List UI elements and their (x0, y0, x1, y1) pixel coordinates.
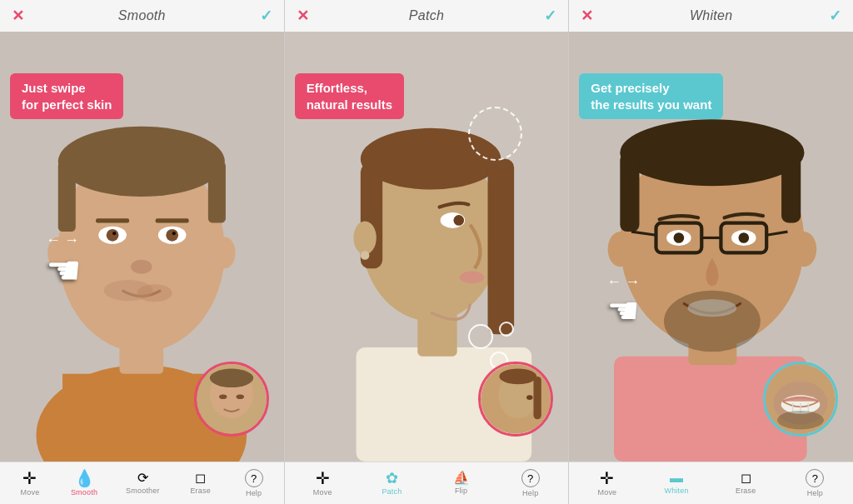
flip-icon: ⛵ (453, 472, 470, 485)
smooth-thumbnail (194, 362, 269, 437)
tool-whiten[interactable]: ▬ Whiten (661, 470, 692, 497)
smooth-image-area[interactable]: Just swipefor perfect skin ← → ☛ (0, 32, 284, 462)
move-label-whiten: Move (598, 488, 617, 497)
tool-erase-whiten[interactable]: ◻ Erase (730, 470, 761, 497)
svg-point-37 (361, 251, 370, 260)
whiten-x-icon[interactable]: ✕ (581, 7, 593, 25)
svg-point-16 (131, 260, 152, 274)
tool-smooth[interactable]: 💧 Smooth (67, 468, 101, 498)
svg-rect-31 (487, 159, 514, 335)
erase-icon-whiten: ◻ (741, 472, 751, 485)
smooth-label-badge: Just swipefor perfect skin (10, 73, 123, 119)
patch-toolbar: ✛ Move ✿ Patch ⛵ Flip ? Help (285, 462, 569, 504)
svg-rect-6 (58, 162, 76, 232)
patch-label-badge: Effortless,natural results (295, 73, 404, 119)
smooth-label-text: Just swipefor perfect skin (22, 81, 112, 112)
tool-help-whiten[interactable]: ? Help (799, 467, 831, 499)
smooth-x-icon[interactable]: ✕ (12, 7, 24, 25)
svg-point-60 (664, 291, 761, 352)
whiten-title: Whiten (690, 8, 733, 23)
svg-rect-8 (96, 218, 129, 222)
tool-help-smooth[interactable]: ? Help (238, 467, 270, 499)
help-icon-smooth: ? (245, 469, 263, 487)
smooth-hand-gesture: ← → ☛ (46, 232, 82, 291)
smooth-toolbar-section: ✛ Move 💧 Smooth ⟳ Smoother ◻ Erase ? (0, 462, 284, 504)
smooth-title: Smooth (118, 8, 166, 23)
svg-point-33 (459, 271, 483, 283)
svg-point-13 (166, 229, 178, 242)
whiten-image-area[interactable]: Get preciselythe results you want ← → ☛ (569, 32, 853, 462)
move-icon-patch: ✛ (316, 470, 330, 487)
smoother-label: Smoother (126, 487, 160, 495)
svg-point-58 (739, 232, 750, 243)
tool-help-patch[interactable]: ? Help (515, 467, 546, 499)
smoother-icon: ⟳ (137, 472, 148, 485)
svg-point-14 (112, 232, 116, 235)
svg-point-61 (608, 232, 632, 267)
tool-erase-smooth[interactable]: ◻ Erase (185, 470, 217, 497)
whiten-thumbnail (763, 362, 838, 437)
svg-point-47 (621, 119, 805, 186)
panel-smooth: ✕ Smooth ✓ (0, 0, 285, 504)
whiten-check-icon[interactable]: ✓ (829, 7, 841, 25)
move-icon-whiten: ✛ (600, 470, 614, 487)
svg-point-40 (500, 369, 537, 385)
help-label-patch: Help (522, 489, 538, 497)
svg-point-18 (214, 237, 235, 268)
smooth-label: Smooth (71, 488, 97, 497)
patch-label-tool: Patch (382, 487, 402, 496)
whiten-thumb-photo (766, 364, 836, 434)
whiten-toolbar-section: ✛ Move ▬ Whiten ◻ Erase ? Help (569, 462, 853, 504)
svg-point-25 (236, 394, 243, 399)
svg-rect-9 (156, 218, 189, 222)
move-label: Move (21, 488, 40, 497)
patch-thumb-photo (481, 364, 551, 434)
tool-move-patch[interactable]: ✛ Move (307, 468, 338, 498)
svg-point-62 (792, 232, 816, 267)
tool-flip[interactable]: ⛵ Flip (446, 470, 477, 497)
svg-point-23 (210, 369, 253, 387)
svg-point-69 (777, 411, 824, 429)
erase-label-whiten: Erase (736, 487, 756, 495)
patch-image-area[interactable]: Effortless,natural results (285, 32, 569, 462)
panel-whiten: ✕ Whiten ✓ (569, 0, 853, 504)
svg-point-24 (219, 394, 227, 399)
panel-patch: ✕ Patch ✓ (285, 0, 570, 504)
svg-rect-7 (208, 162, 226, 223)
panel-whiten-header: ✕ Whiten ✓ (569, 0, 853, 32)
svg-point-15 (172, 232, 176, 235)
patch-check-icon[interactable]: ✓ (544, 7, 556, 25)
panel-patch-header: ✕ Patch ✓ (285, 0, 569, 32)
tool-patch[interactable]: ✿ Patch (376, 469, 407, 497)
smooth-icon: 💧 (74, 470, 95, 487)
whiten-hand-gesture: ← → ☛ (606, 273, 640, 329)
patch-thumbnail (478, 362, 553, 437)
whiten-label-badge: Get preciselythe results you want (579, 73, 723, 119)
svg-rect-41 (534, 377, 541, 419)
help-label-smooth: Help (246, 489, 262, 497)
patch-x-icon[interactable]: ✕ (297, 7, 309, 25)
svg-point-20 (137, 284, 172, 302)
whiten-label-text: Get preciselythe results you want (591, 81, 711, 112)
patch-title: Patch (409, 8, 444, 23)
svg-point-35 (453, 215, 464, 226)
flip-label: Flip (455, 487, 467, 495)
smooth-thumb-photo (197, 364, 267, 434)
patch-toolbar-section: ✛ Move ✿ Patch ⛵ Flip ? Help (285, 462, 569, 504)
erase-icon-smooth: ◻ (195, 472, 206, 485)
svg-point-36 (353, 221, 376, 254)
svg-point-42 (526, 395, 532, 400)
patch-selection-circle (468, 107, 522, 161)
whiten-icon: ▬ (670, 472, 683, 485)
svg-point-57 (674, 232, 685, 243)
patch-label-text: Effortless,natural results (307, 81, 392, 112)
tool-move-smooth[interactable]: ✛ Move (14, 468, 46, 498)
svg-rect-48 (621, 152, 640, 232)
help-icon-whiten: ? (806, 469, 824, 487)
erase-label-smooth: Erase (190, 487, 211, 495)
tool-smoother[interactable]: ⟳ Smoother (122, 470, 163, 497)
svg-point-12 (107, 229, 119, 242)
smooth-toolbar: ✛ Move 💧 Smooth ⟳ Smoother ◻ Erase ? (0, 462, 284, 504)
smooth-check-icon[interactable]: ✓ (260, 7, 272, 25)
tool-move-whiten[interactable]: ✛ Move (591, 468, 623, 498)
